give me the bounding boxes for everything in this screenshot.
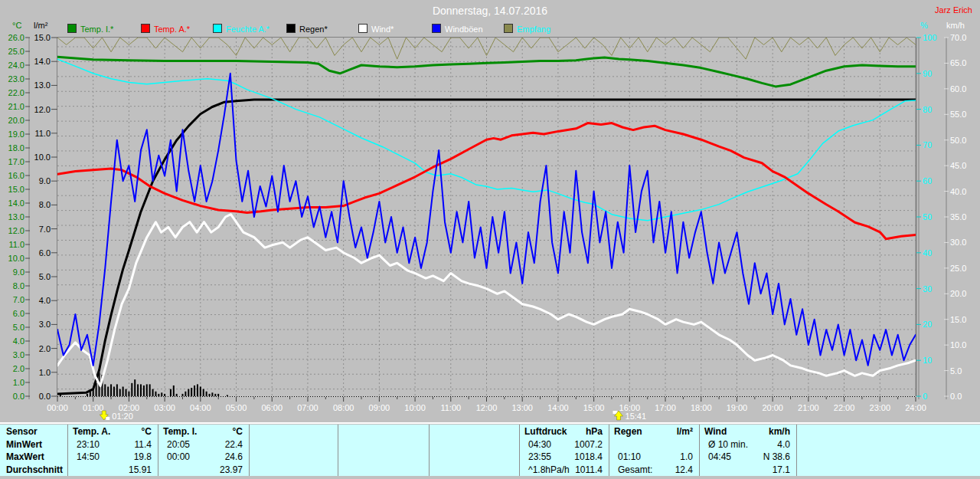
axis-tick-label: 1.0 [39,368,51,377]
axis-tick-label: 65.0 [950,58,966,67]
x-axis-label: 21:00 [798,403,819,412]
rain-bar [155,392,156,396]
axis-tick-label: 19.0 [8,130,24,139]
axis-tick-label: 13.0 [8,212,24,221]
rain-bar [170,389,172,396]
axis-tick-label: 100 [923,33,936,42]
rain-bar [134,379,136,396]
axis-tick-label: 7.0 [13,295,24,304]
rain-bar [209,394,211,396]
axis-tick-label: 4.0 [39,296,51,305]
table-section-unit: °C [142,426,152,437]
marker-time-label: 15:41 [626,412,647,421]
table-value-time: 00:00 [167,451,190,462]
axis-tick-label: 0.0 [13,392,24,401]
axis-tick-label: 30.0 [950,238,966,247]
axis-tick-label: 2.0 [13,364,24,373]
table-divider [249,425,250,476]
rain-bar [87,394,88,396]
table-top-highlight [0,422,980,424]
table-value-time: 20:05 [167,439,190,450]
table-value-time: 04:45 [708,451,731,462]
rain-bar [90,392,91,396]
x-axis-label: 00:00 [47,403,68,412]
rain-bar [96,383,97,396]
axis-tick-label: 6.0 [13,309,24,318]
axis-tick-label: 5.0 [13,323,24,332]
x-axis-label: 22:00 [834,403,855,412]
stats-table: SensorMinWertMaxWertDurchschnittTemp. A.… [0,425,980,476]
rain-bar [158,394,159,396]
table-section-unit: km/h [769,426,790,437]
rain-bar [164,394,165,396]
x-axis-label: 10:00 [404,403,426,412]
rain-bar [161,392,162,396]
rain-bar [146,384,148,396]
axis-tick-label: 12.0 [34,105,51,114]
axis-tick-label: 70 [923,140,932,149]
rain-bar [181,394,183,396]
table-value: 22.4 [225,439,243,450]
axis-tick-label: 3.0 [13,350,24,359]
axis-tick-label: 50 [923,212,932,221]
axis-tick-label: 4.0 [13,336,24,346]
x-axis-label: 04:00 [190,403,211,412]
table-row-label: Durchschnitt [6,464,63,475]
x-axis-label: 05:00 [226,403,247,412]
table-value: 12.4 [675,464,693,475]
axis-tick-label: 0 [923,392,927,401]
axis-tick-label: 21.0 [8,102,24,111]
axis-tick-label: 14.0 [34,57,51,66]
axis-tick-label: 40 [923,248,932,258]
table-value-time: 01:10 [618,451,641,462]
rain-bar [126,389,127,396]
table-value-time: 23:55 [528,451,551,462]
axis-tick-label: 11.0 [8,240,24,249]
table-value-time: Ø 10 min. [708,439,748,450]
rain-bar [60,394,61,396]
rain-bar [104,384,106,396]
table-divider [699,425,700,476]
table-divider [796,425,797,476]
table-value: 17.1 [773,464,790,475]
table-divider [67,425,68,476]
table-section-unit: hPa [586,426,603,437]
rain-bar [110,384,112,396]
axis-tick-label: 9.0 [13,267,24,277]
rain-bar [217,394,219,396]
rain-bar [152,389,154,396]
x-axis-label: 07:00 [297,403,318,412]
axis-tick-label: 30 [923,284,932,294]
rain-bar [149,384,151,396]
table-section-header: Wind [704,426,727,437]
rain-bar [194,385,195,396]
table-value-time: 04:30 [528,439,551,450]
axis-tick-label: 8.0 [39,200,51,209]
table-section-header: Temp. A. [73,426,110,437]
table-value: N 38.6 [763,451,790,462]
rain-bar [185,392,186,396]
table-section-unit: l/m² [677,426,693,437]
axis-tick-label: 18.0 [8,143,24,153]
x-axis-label: 12:00 [476,403,498,412]
table-value-time: 23:10 [77,439,100,450]
axis-tick-label: 25.0 [950,264,966,273]
x-axis-label: 20:00 [762,403,783,412]
rain-bar [200,387,201,396]
axis-tick-label: 16.0 [8,171,24,180]
x-axis-label: 18:00 [691,403,712,412]
table-divider [158,425,158,476]
table-row-label: MinWert [6,439,42,450]
marker-01-20: 01:20 [100,411,133,421]
x-axis-label: 14:00 [547,403,569,412]
axis-tick-label: 10.0 [950,340,966,349]
axis-tick-label: 6.0 [39,248,51,258]
rain-bar [203,389,204,396]
table-value: 1011.4 [575,464,603,475]
axis-tick-label: 17.0 [8,157,24,166]
axis-tick-label: 45.0 [950,161,966,170]
axis-tick-label: 20 [923,320,932,329]
table-value-time: 14:50 [77,451,100,462]
axis-tick-label: 22.0 [8,88,24,97]
axis-tick-label: 15.0 [950,315,966,324]
